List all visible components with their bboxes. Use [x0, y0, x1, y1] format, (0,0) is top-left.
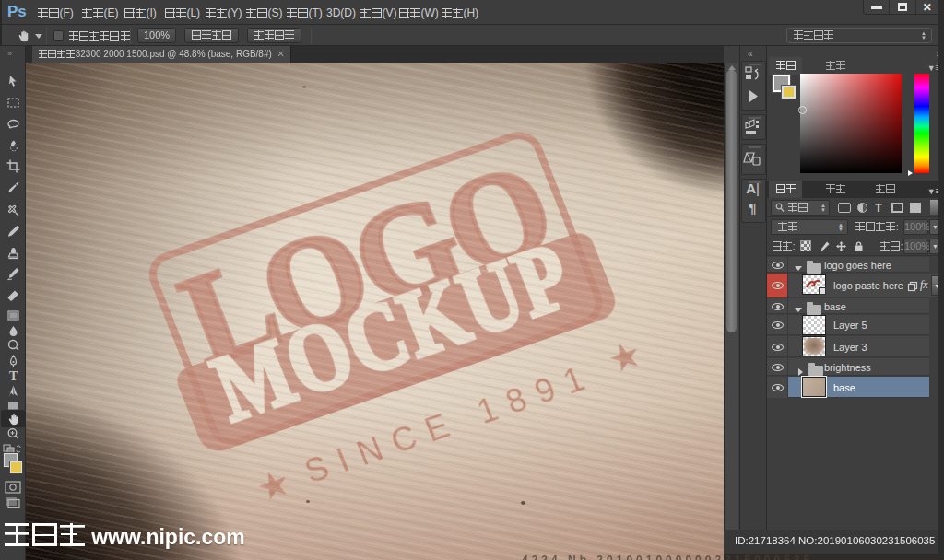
svg-text:T: T — [9, 369, 18, 383]
